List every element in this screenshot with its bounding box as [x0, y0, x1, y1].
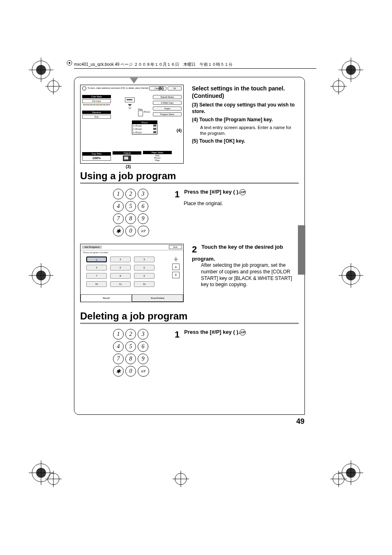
tab-recall[interactable]: Recall [81, 294, 132, 302]
key-3[interactable]: 3 [138, 329, 148, 340]
ok-button[interactable]: OK [168, 86, 182, 90]
step-number: 1 [175, 329, 183, 341]
color-bar-icon [83, 104, 110, 105]
panel-instruction: To store, make selections and press [OK]… [88, 87, 149, 90]
svg-point-33 [175, 473, 187, 485]
tab-store-delete[interactable]: Store/Delete [132, 294, 183, 302]
tray-icon-group [122, 97, 138, 111]
key-5[interactable]: 5 [125, 341, 136, 352]
svg-point-12 [342, 266, 360, 284]
jp-btn-1[interactable]: 1 [86, 257, 107, 262]
step2-body: After selecting the job program, set the… [201, 262, 299, 288]
jp-exit-button[interactable]: Exit [169, 245, 182, 249]
instr-4: (4) Touch the [Program Name] key. [192, 117, 273, 123]
key-0[interactable]: 0 [125, 226, 136, 236]
instr-5: (5) Touch the [OK] key. [192, 138, 245, 144]
copy-ratio-value[interactable]: 100% [82, 155, 111, 161]
two-sided-button[interactable]: 2-Sided Copy [153, 101, 182, 105]
reg-mark-small-icon [173, 471, 189, 487]
thumb-tab [298, 225, 305, 275]
jp-btn-4[interactable]: 4 [86, 265, 107, 271]
svg-point-40 [69, 62, 70, 64]
key-7[interactable]: 7 [113, 213, 124, 224]
jp-btn-11[interactable]: 11 [110, 281, 131, 287]
key-8[interactable]: 8 [125, 354, 136, 364]
key-hash-p[interactable]: #/P [138, 366, 149, 377]
jp-btn-3[interactable]: 3 [134, 257, 154, 262]
paper-select-value[interactable]: Auto 8½x11 Plain [143, 154, 172, 162]
reg-mark-small-icon [45, 471, 62, 487]
copy-ratio-label: Copy Ratio [82, 152, 111, 155]
scroll-down-button[interactable]: ▼ [172, 272, 180, 278]
key-3[interactable]: 3 [138, 189, 148, 199]
key-hash-p[interactable]: #/P [138, 226, 149, 236]
page-frac-top: 1 [174, 257, 177, 259]
panel-header-icon [82, 86, 86, 90]
original-label: Original [113, 151, 141, 155]
jp-btn-7[interactable]: 7 [86, 273, 107, 279]
page-number: 49 [296, 417, 304, 426]
special-modes-button[interactable]: Special Modes [153, 95, 182, 99]
reg-mark-small-icon [45, 78, 62, 95]
key-1[interactable]: 1 [113, 189, 124, 199]
key-4[interactable]: 4 [113, 201, 124, 212]
output-button[interactable]: Output [153, 106, 182, 111]
step-number: 2 [192, 244, 200, 256]
jp-btn-5[interactable]: 5 [110, 265, 131, 271]
svg-point-8 [32, 266, 50, 284]
jp-title: Job Programs [82, 245, 102, 249]
reg-mark-small-icon [330, 471, 347, 487]
jp-btn-6[interactable]: 6 [134, 265, 154, 271]
reg-mark-icon [339, 58, 363, 82]
key-star[interactable]: ✱ [113, 226, 124, 236]
reg-mark-icon [29, 58, 53, 82]
jp-btn-2[interactable]: 2 [110, 257, 131, 262]
jp-btn-10[interactable]: 10 [86, 281, 107, 287]
del-step1-head: Press the [#/P] key ( ).#/P [184, 329, 246, 335]
svg-point-21 [346, 468, 356, 478]
key-7[interactable]: 7 [113, 354, 124, 364]
heading-using: Using a job program [80, 170, 299, 184]
callout-5: (5) [159, 86, 164, 90]
svg-point-4 [342, 61, 360, 79]
key-6[interactable]: 6 [138, 341, 148, 352]
key-2[interactable]: 2 [125, 329, 136, 340]
header-line: mxc401_us_qck.book 49 ページ ２００８年１０月１６日 木曜… [74, 62, 316, 69]
svg-point-24 [48, 81, 59, 92]
paper-tray-list: 8½x11 2. 8½x14 3. 8½x14 4. 8½x11 [132, 120, 157, 134]
svg-point-36 [333, 473, 344, 485]
color-mode-value[interactable]: Full Color [82, 99, 111, 103]
step2-head: Touch the key of the desired job program… [192, 244, 283, 262]
key-9[interactable]: 9 [138, 354, 148, 364]
key-0[interactable]: 0 [125, 366, 136, 377]
key-1[interactable]: 1 [113, 329, 124, 340]
content-frame: To store, make selections and press [OK]… [74, 77, 305, 415]
callout-4: (4) [177, 128, 182, 133]
step1-head: Press the [#/P] key ( ).#/P [184, 189, 246, 195]
svg-point-30 [48, 473, 59, 485]
svg-point-5 [346, 65, 356, 75]
key-4[interactable]: 4 [113, 341, 124, 352]
exposure-value[interactable]: Auto [82, 115, 111, 119]
step-number: 1 [175, 189, 183, 201]
continued-heading: Select settings in the touch panel. (Con… [192, 85, 299, 99]
key-9[interactable]: 9 [138, 213, 148, 224]
reg-mark-icon [339, 263, 363, 288]
scroll-up-button[interactable]: ▲ [172, 264, 180, 270]
jp-btn-12[interactable]: 12 [134, 281, 154, 287]
jp-btn-8[interactable]: 8 [110, 273, 131, 279]
key-star[interactable]: ✱ [113, 366, 124, 377]
page-frac-bot: 4 [172, 259, 180, 262]
key-5[interactable]: 5 [125, 201, 136, 212]
paper-select-label: Paper Select [143, 151, 172, 154]
key-8[interactable]: 8 [125, 213, 136, 224]
jp-btn-9[interactable]: 9 [134, 273, 154, 279]
svg-point-16 [32, 464, 50, 482]
keypad-figure: 1 2 3 4 5 6 7 8 9 ✱ 0 #/P [113, 189, 154, 236]
reg-mark-icon [29, 263, 53, 288]
key-6[interactable]: 6 [138, 201, 148, 212]
program-name-button[interactable]: Program Name [153, 112, 182, 116]
jp-message: Press program number. [81, 250, 183, 254]
key-2[interactable]: 2 [125, 189, 136, 199]
cancel-button[interactable]: Cancel [149, 86, 166, 90]
